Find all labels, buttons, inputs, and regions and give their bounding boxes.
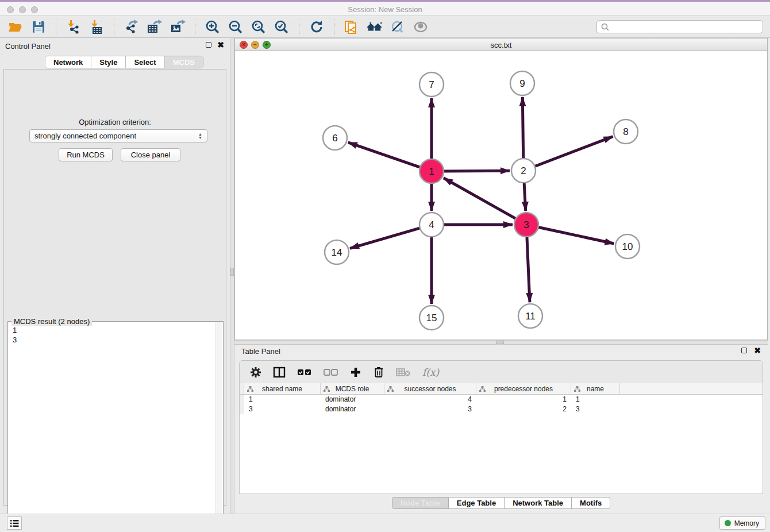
zoom-in-icon[interactable] <box>204 18 221 36</box>
tab-mcds[interactable]: MCDS <box>165 56 203 68</box>
splitter-grip[interactable] <box>230 268 234 276</box>
table-row[interactable]: 3dominator323 <box>240 404 763 414</box>
table-rows: 1dominator4113dominator323 <box>240 395 763 414</box>
tab-node-table[interactable]: Node Table <box>392 497 449 509</box>
graph-edge-4-14[interactable] <box>350 228 421 248</box>
table-cell[interactable]: 4 <box>384 395 476 404</box>
zoom-selected-icon[interactable] <box>273 18 290 36</box>
tab-network[interactable]: Network <box>45 56 91 68</box>
table-tabs: Node TableEdge TableNetwork TableMotifs <box>234 497 768 509</box>
table-cell[interactable]: 1 <box>476 395 571 404</box>
tab-style[interactable]: Style <box>91 56 126 68</box>
result-scrollbar[interactable] <box>215 322 222 532</box>
tab-network-table[interactable]: Network Table <box>505 497 572 509</box>
import-table-icon[interactable] <box>88 18 105 36</box>
column-header-MCDS-role[interactable]: MCDS role <box>321 383 384 394</box>
splitter-grip[interactable] <box>496 341 504 344</box>
save-icon[interactable] <box>30 18 47 36</box>
session-title: Session: New Session <box>0 5 770 14</box>
toolbar-separator <box>334 19 334 35</box>
graph-node-label-6: 6 <box>332 133 337 144</box>
gear-icon[interactable] <box>250 367 261 378</box>
graph-node-label-7: 7 <box>429 79 434 90</box>
mcds-tab-content: Optimization criterion: strongly connect… <box>3 69 226 506</box>
table-toolbar: f(x) <box>240 361 763 383</box>
table-row[interactable]: 1dominator411 <box>240 395 763 404</box>
vertical-splitter[interactable] <box>230 38 234 514</box>
network-window-titlebar[interactable]: × − + scc.txt <box>235 38 767 51</box>
export-image-icon[interactable] <box>169 18 186 36</box>
close-panel-icon[interactable]: ✖ <box>217 42 224 48</box>
export-network-icon[interactable] <box>123 18 140 36</box>
table-cell[interactable]: 2 <box>476 404 571 414</box>
column-header-predecessor-nodes[interactable]: predecessor nodes <box>476 383 571 394</box>
graph-node-label-14: 14 <box>332 247 342 258</box>
table-cell[interactable]: 3 <box>384 404 476 414</box>
float-panel-icon[interactable] <box>741 348 747 353</box>
network-canvas[interactable]: 7968124314101511 <box>235 51 767 340</box>
add-icon[interactable] <box>350 367 361 378</box>
row-header-gutter <box>240 404 244 414</box>
control-panel-title: Control Panel <box>5 42 51 51</box>
eye-icon[interactable] <box>412 18 429 36</box>
table-cell[interactable]: 3 <box>571 404 620 414</box>
zoom-out-icon[interactable] <box>227 18 244 36</box>
graph-edge-1-6[interactable] <box>348 142 421 168</box>
optimization-criterion-label: Optimization criterion: <box>4 118 226 126</box>
tab-motifs[interactable]: Motifs <box>572 497 610 509</box>
control-panel: Control Panel ✖ Network Style Select MCD… <box>0 38 230 514</box>
table-panel-title: Table Panel <box>241 347 280 356</box>
graph-node-label-15: 15 <box>426 313 437 323</box>
graph-edges[interactable] <box>348 97 614 304</box>
graph-edge-1-2[interactable] <box>442 171 510 171</box>
split-pane-icon[interactable] <box>273 367 286 378</box>
horizontal-splitter[interactable] <box>234 340 768 345</box>
graph-edge-2-3[interactable] <box>524 182 526 211</box>
column-header-successor-nodes[interactable]: successor nodes <box>384 383 476 394</box>
control-panel-tabs: Network Style Select MCDS <box>45 56 203 68</box>
graph-edge-3-10[interactable] <box>537 227 614 244</box>
graph-edge-3-11[interactable] <box>527 236 530 302</box>
table-cell[interactable]: 1 <box>571 395 620 404</box>
tab-edge-table[interactable]: Edge Table <box>449 497 505 509</box>
table-panel-header: Table Panel ✖ <box>234 345 768 358</box>
zoom-fit-icon[interactable] <box>250 18 267 36</box>
toolbar-separator <box>299 19 299 35</box>
table-cell[interactable]: 3 <box>244 404 321 414</box>
select-all-icon[interactable] <box>297 367 312 377</box>
home-icon[interactable] <box>366 18 383 36</box>
memory-button[interactable]: Memory <box>719 516 765 530</box>
column-header-shared-name[interactable]: shared name <box>244 383 321 394</box>
graph-edge-2-9[interactable] <box>522 97 523 160</box>
deselect-all-icon[interactable] <box>324 367 338 377</box>
select-stepper-icon: ▲▼ <box>198 133 202 140</box>
table-cell[interactable]: 1 <box>244 395 321 404</box>
mcds-result-lines[interactable]: 13 <box>8 324 215 532</box>
graph-edge-3-1[interactable] <box>444 178 517 219</box>
toolbar-separator <box>56 19 56 35</box>
search-input[interactable] <box>610 23 759 31</box>
graph-node-label-9: 9 <box>519 78 525 89</box>
float-panel-icon[interactable] <box>206 42 211 48</box>
run-mcds-button[interactable]: Run MCDS <box>59 148 113 161</box>
memory-label: Memory <box>734 519 759 527</box>
task-history-button[interactable] <box>7 516 22 530</box>
criterion-select[interactable]: strongly connected component ▲▼ <box>29 129 207 142</box>
table-cell[interactable]: dominator <box>321 404 384 414</box>
tab-select[interactable]: Select <box>126 56 164 68</box>
close-panel-button[interactable]: Close panel <box>121 148 180 161</box>
graph-edge-2-8[interactable] <box>534 137 613 167</box>
table-cell[interactable]: dominator <box>321 395 384 404</box>
open-folder-icon[interactable] <box>7 18 24 36</box>
search-field[interactable] <box>596 20 763 33</box>
refresh-icon[interactable] <box>308 18 325 36</box>
close-panel-icon[interactable]: ✖ <box>754 348 761 353</box>
import-network-icon[interactable] <box>65 18 82 36</box>
hide-icon[interactable] <box>389 18 406 36</box>
duplicate-network-icon[interactable] <box>343 18 360 36</box>
graph-node-label-10: 10 <box>622 241 633 252</box>
trash-icon[interactable] <box>373 366 384 379</box>
export-table-icon[interactable] <box>146 18 163 36</box>
column-header-name[interactable]: name <box>571 383 620 394</box>
network-window: × − + scc.txt 7968124314101511 <box>234 38 768 340</box>
